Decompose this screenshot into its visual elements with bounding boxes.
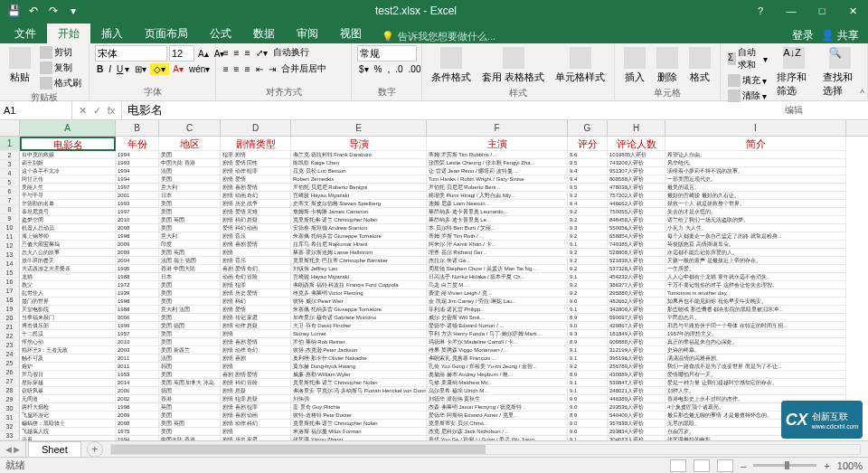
cell[interactable]: 爱情 科幻 动画: [221, 224, 291, 232]
cell[interactable]: 莱塞·霍尔斯道姆 Lasse Hallström: [291, 249, 427, 257]
cell[interactable]: 乌尔里希·穆埃 Ulrich M...: [427, 387, 568, 395]
table-format-button[interactable]: 套用 表格格式: [478, 45, 548, 86]
cell[interactable]: 550056人评价: [608, 224, 665, 232]
cell[interactable]: 大卫·芬奇 David Fincher: [291, 322, 427, 330]
cell[interactable]: 剧情 爱情: [221, 306, 291, 314]
cell[interactable]: 犯罪 剧情: [221, 151, 291, 159]
tab-layout[interactable]: 页面布局: [134, 24, 199, 43]
cell[interactable]: 9.2: [568, 249, 608, 257]
cell[interactable]: 395196人评价: [608, 355, 665, 363]
cell[interactable]: 1957: [116, 330, 159, 338]
cell[interactable]: 2009: [116, 249, 159, 257]
cell[interactable]: 中国大陆 香港: [159, 159, 221, 167]
cell[interactable]: 美国: [159, 281, 221, 289]
row-header[interactable]: 6: [0, 187, 20, 196]
cell[interactable]: 当幸福来敲门: [20, 314, 116, 322]
view-normal-button[interactable]: [670, 459, 686, 472]
cell[interactable]: 亨利·方达 Henry Fonda / 马丁·鲍尔萨姆 Marti...: [427, 330, 568, 338]
cell[interactable]: 剧情 爱情 同性: [221, 159, 291, 167]
cell[interactable]: 安德鲁·斯坦顿 Andrew Stanton: [291, 224, 427, 232]
row-header[interactable]: 19: [0, 305, 20, 314]
cell[interactable]: 香港: [159, 395, 221, 403]
merge-button[interactable]: 合并后居中: [279, 61, 328, 76]
col-header-a[interactable]: A: [20, 120, 116, 136]
cell[interactable]: 罗伯托·贝尼尼 Roberto Beni...: [427, 184, 568, 192]
selected-cell[interactable]: 电影名: [20, 137, 116, 151]
sort-filter-button[interactable]: A↓Z排序和筛选: [773, 45, 816, 99]
cell[interactable]: 2006: [116, 387, 159, 395]
align-top-button[interactable]: ≡: [222, 45, 231, 60]
cell[interactable]: 日本: [159, 192, 221, 200]
zoom-in-button[interactable]: +: [824, 460, 829, 471]
indent-dec-button[interactable]: ⇤: [254, 61, 265, 76]
copy-button[interactable]: 复制: [38, 61, 83, 75]
cell[interactable]: 宫崎骏 Hayao Miyazaki: [291, 273, 427, 281]
cell[interactable]: 米洛斯·福尔曼 Milos Forman: [291, 428, 427, 436]
paste-button[interactable]: 粘贴: [5, 45, 34, 86]
cell[interactable]: 星际穿越: [20, 379, 116, 387]
cell[interactable]: 天堂电影院: [20, 306, 116, 314]
cell[interactable]: 罗伯·莱纳 Rob Reiner: [291, 338, 427, 346]
cell[interactable]: 英俊版憨豆 高情商谢耳朵。: [665, 241, 846, 249]
cell[interactable]: 600888人评价: [608, 338, 665, 346]
cell[interactable]: 剧情 喜剧 爱情: [221, 241, 291, 249]
cell[interactable]: 杰拉尔·朱诺 Gé...: [427, 257, 568, 265]
cell[interactable]: 1994: [116, 151, 159, 159]
cell[interactable]: 克里斯托弗·诺兰 Christopher Nolan: [291, 216, 427, 224]
cell[interactable]: 9.5: [568, 159, 608, 167]
cell[interactable]: 张国荣 Leslie Cheung / 张丰毅 Fengyi Zha...: [427, 159, 568, 167]
cell[interactable]: 杰森·弗莱明 Jason Flemyng / 德克斯特...: [427, 403, 568, 412]
indent-inc-button[interactable]: ⇥: [267, 61, 278, 76]
cell[interactable]: 让·雷诺 Jean Reno / 娜塔莉·波特曼 ...: [427, 167, 568, 175]
row-header[interactable]: 16: [0, 278, 20, 287]
cell[interactable]: 拉库马·希拉尼 Rajkumar Hirani: [291, 241, 427, 249]
cell[interactable]: 泰坦尼克号: [20, 208, 116, 216]
tab-view[interactable]: 视图: [329, 24, 373, 43]
row-header[interactable]: 22: [0, 332, 20, 341]
cell[interactable]: 克里斯蒂安·贝尔 Christ...: [427, 420, 568, 428]
tab-data[interactable]: 数据: [242, 24, 286, 43]
cell[interactable]: 剧情 动画 奇幻: [221, 192, 291, 200]
cell[interactable]: 周星驰 Stephen Chow / 吴孟达 Man Tat Ng...: [427, 265, 568, 273]
cell[interactable]: 霸王别姬: [20, 159, 116, 167]
cell[interactable]: 楚门的世界: [20, 298, 116, 306]
col-header-d[interactable]: D: [221, 120, 291, 136]
cell[interactable]: 三傻大闹宝莱坞: [20, 241, 116, 249]
cell[interactable]: 天籁一般的童声 是最接近上帝的存在。: [665, 257, 846, 265]
cell[interactable]: 美国 新西兰: [159, 346, 221, 355]
cell[interactable]: 9.0: [568, 322, 608, 330]
cell[interactable]: 平民励志片。: [665, 314, 846, 322]
cell[interactable]: 詹姆斯·卡梅隆 James Cameron: [291, 208, 427, 216]
bold-button[interactable]: B: [95, 63, 105, 75]
cell[interactable]: 满满温情的高雅喜剧。: [665, 355, 846, 363]
col-header-h[interactable]: H: [608, 120, 665, 136]
cell[interactable]: 1019805人评价: [608, 151, 665, 159]
cell[interactable]: 教父: [20, 281, 116, 289]
row-header[interactable]: 20: [0, 314, 20, 323]
cell[interactable]: 剧情 犯罪 悬疑: [221, 395, 291, 403]
cell[interactable]: 美国 英国 加拿大 冰岛: [159, 379, 221, 387]
cell[interactable]: 293536人评价: [608, 403, 665, 412]
cell[interactable]: 指环王3：王者无敌: [20, 346, 116, 355]
cell[interactable]: 808588人评价: [608, 175, 665, 184]
cell[interactable]: 美国: [159, 224, 221, 232]
cell[interactable]: 美国: [159, 371, 221, 379]
sheet-tab[interactable]: Sheet: [28, 441, 81, 457]
cell[interactable]: 1998: [116, 298, 159, 306]
cell[interactable]: 蒂姆·罗斯 Tim Roth / ...: [427, 232, 568, 241]
row-header[interactable]: 29: [0, 395, 20, 404]
cell[interactable]: 美国: [159, 298, 221, 306]
cell[interactable]: 剧情 历史 战争: [221, 200, 291, 208]
cell[interactable]: 小瓦力 大人生。: [665, 224, 846, 232]
align-mid-button[interactable]: ≡: [232, 45, 241, 60]
cell[interactable]: 剧情 音乐: [221, 257, 291, 265]
cell[interactable]: 9.2: [568, 257, 608, 265]
font-grow-button[interactable]: A▴: [196, 45, 211, 61]
cell[interactable]: 2001: [116, 192, 159, 200]
cell[interactable]: 加布里尔·穆奇诺 Gabriele Muccino: [291, 314, 427, 322]
brush-button[interactable]: 格式刷: [38, 76, 83, 90]
cell[interactable]: 法国 瑞士 德国: [159, 257, 221, 265]
qat-more-icon[interactable]: ▾: [65, 3, 81, 19]
cell[interactable]: 美国: [159, 208, 221, 216]
cell[interactable]: 2011: [116, 363, 159, 371]
